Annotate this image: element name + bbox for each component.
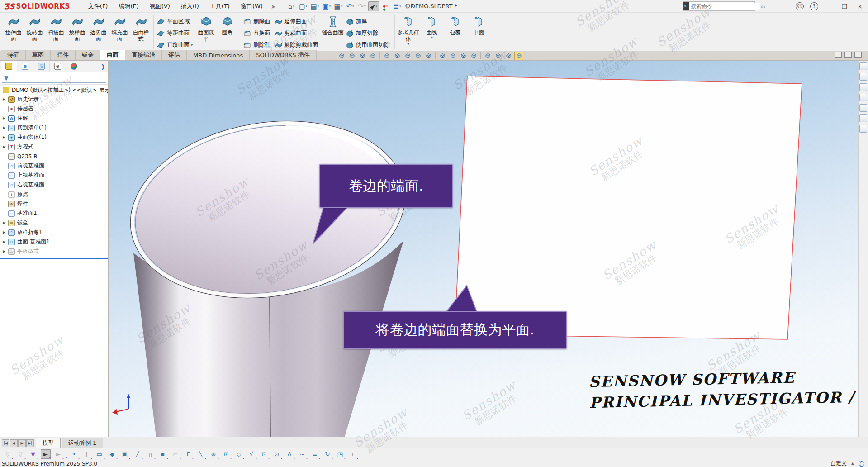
tab-feature-tree[interactable] <box>1 61 17 72</box>
tab-property-manager[interactable]: ≣ <box>17 61 33 72</box>
edit-appearance-icon[interactable] <box>403 52 412 60</box>
minimize-button[interactable]: – <box>825 2 834 10</box>
search-input[interactable] <box>689 3 760 10</box>
ribbon-button[interactable]: 解除剪裁曲面 <box>273 39 321 51</box>
ribbon-button[interactable]: 自由样式 <box>130 14 152 51</box>
tree-item[interactable]: ▶ 切割清单(1) <box>0 123 108 133</box>
check-sketch-button[interactable]: √ <box>247 449 256 459</box>
separator-icon[interactable] <box>480 52 481 59</box>
tree-item[interactable]: ▶ 放样折弯1 <box>0 228 108 237</box>
ribbon-tab[interactable]: SOLIDWORKS 插件 <box>250 50 317 60</box>
ribbon-button[interactable]: 平面区域 ▾ <box>156 15 195 27</box>
ribbon-button[interactable]: 替换面 <box>242 27 273 39</box>
ribbon-button[interactable]: 等距曲面 ▾ <box>156 27 195 39</box>
tree-item[interactable]: ▶ 前视基准面 <box>0 161 108 171</box>
ribbon-button[interactable]: 缝合曲面 <box>321 14 345 51</box>
expand-arrow-icon[interactable]: ▶ <box>3 221 8 225</box>
expand-arrow-icon[interactable]: ▶ <box>3 135 8 139</box>
ribbon-tab[interactable]: MBD Dimensions <box>187 50 250 60</box>
tree-filter-box[interactable]: ▼ <box>2 74 106 83</box>
ribbon-tab[interactable]: 直接编辑 <box>125 50 162 60</box>
tree-item[interactable]: ▶ 上视基准面 <box>0 171 108 180</box>
tree-item[interactable]: ▶ 注解 <box>0 114 108 123</box>
linear-pattern-button[interactable]: ⊞ <box>221 449 231 459</box>
tree-item[interactable]: ▶ 原点 <box>0 190 108 199</box>
view-palette-icon[interactable] <box>859 94 867 101</box>
hide-show-items-icon[interactable] <box>393 52 402 60</box>
tree-item[interactable]: ▶ 右视基准面 <box>0 180 108 190</box>
ribbon-button[interactable]: 删除孔 <box>242 39 273 51</box>
redo-button[interactable] <box>356 1 367 11</box>
ribbon-tab[interactable]: 曲面 <box>100 50 125 60</box>
account-icon[interactable]: ☺ <box>796 2 804 10</box>
camera-icon[interactable] <box>469 52 478 60</box>
tree-filter-input[interactable] <box>10 75 106 81</box>
ribbon-button[interactable]: 加厚切除 <box>345 27 393 39</box>
rebuild-button[interactable] <box>380 1 391 11</box>
cartoon-icon[interactable] <box>493 52 503 60</box>
tree-item[interactable]: ▶ 基准面1 <box>0 209 108 218</box>
ribbon-button[interactable]: 圆角 <box>217 14 238 51</box>
tree-item[interactable]: ▶ 方程式 <box>0 142 108 152</box>
tree-item[interactable]: ▶ 传感器 <box>0 104 108 114</box>
expand-arrow-icon[interactable]: ▶ <box>3 97 8 101</box>
ribbon-button[interactable]: 曲面展平 <box>195 14 217 51</box>
open-button[interactable] <box>309 1 320 11</box>
ribbon-tab[interactable]: 评估 <box>162 50 187 60</box>
zoom-lens-button[interactable]: ⊙ <box>272 449 282 459</box>
print-button[interactable] <box>333 1 344 11</box>
solid-box-button[interactable]: ▣ <box>120 449 130 459</box>
arc-button[interactable]: ⌐ <box>171 449 180 459</box>
prev-tab-icon[interactable]: ◀ <box>10 439 18 447</box>
ribbon-button[interactable]: 中面 ▾ <box>467 14 491 51</box>
ribbon-button[interactable]: 加厚 <box>345 15 393 27</box>
model-tab[interactable]: 运动算例 1 <box>62 438 103 448</box>
rotate-view-button[interactable]: ↻ <box>323 449 332 459</box>
new-document-button[interactable] <box>298 1 308 11</box>
ambient-occlusion-icon[interactable] <box>483 52 492 60</box>
tree-item[interactable]: ▶ 平板型式 <box>0 247 108 256</box>
view-orientation-icon[interactable] <box>424 52 433 60</box>
ribbon-tab[interactable]: 焊件 <box>51 50 76 60</box>
pane-close-icon[interactable] <box>854 52 862 58</box>
centerline-button[interactable]: | <box>82 449 92 459</box>
spline-button[interactable]: ~ <box>297 449 307 459</box>
apply-scene-icon[interactable] <box>413 52 422 60</box>
file-explorer-icon[interactable] <box>859 83 867 91</box>
graphics-viewport[interactable]: 卷边的端面. 将卷边的端面替换为平面. SENSNOW SOFTWARE PRI… <box>109 61 858 437</box>
section-view-icon[interactable] <box>368 52 377 60</box>
last-tab-icon[interactable]: ▶| <box>26 439 34 447</box>
draft-analysis-icon[interactable] <box>504 52 513 60</box>
line-button[interactable]: ╱ <box>133 449 142 459</box>
options-list-button[interactable] <box>392 1 403 11</box>
expand-arrow-icon[interactable]: ▶ <box>3 145 8 149</box>
close-button[interactable]: × <box>855 2 864 10</box>
ribbon-button[interactable]: 扫描曲面 <box>45 14 66 51</box>
expand-arrow-icon[interactable]: ▶ <box>3 116 8 120</box>
section-hatch-button[interactable]: ≡ <box>310 449 320 459</box>
menu-item[interactable]: 插入(I) <box>175 0 204 12</box>
menu-item[interactable]: 文件(F) <box>83 0 114 12</box>
ribbon-button[interactable]: 参考几何体 ▾ <box>397 14 420 51</box>
crosshair-button[interactable]: + <box>348 449 358 459</box>
save-button[interactable] <box>321 1 332 11</box>
ribbon-button[interactable]: 填充曲面 <box>109 14 130 51</box>
ribbon-button[interactable]: 包覆 ▾ <box>444 14 467 51</box>
select-arrow-button[interactable] <box>368 1 379 11</box>
undo-button[interactable] <box>345 1 356 11</box>
previous-view-icon[interactable] <box>358 52 367 60</box>
filter-edges-button[interactable]: ▽ <box>15 449 25 459</box>
tree-item[interactable]: ▶ 曲面实体(1) <box>0 133 108 142</box>
restore-button[interactable]: ❐ <box>840 2 849 10</box>
realview-icon[interactable] <box>438 52 447 60</box>
ribbon-button[interactable]: 直纹曲面 ▾ <box>156 39 195 51</box>
zoom-fit-icon[interactable] <box>337 52 346 60</box>
menu-item[interactable]: 视图(V) <box>144 0 175 12</box>
expand-arrow-icon[interactable]: ▶ <box>3 240 8 244</box>
polygon-button[interactable]: ◇ <box>234 449 244 459</box>
instant3d-sketch-toggle-icon[interactable] <box>514 52 523 60</box>
expand-arrow-icon[interactable]: ▶ <box>3 249 8 253</box>
help-icon[interactable]: ? <box>810 2 818 10</box>
ribbon-button[interactable]: 边界曲面 <box>88 14 109 51</box>
design-library-icon[interactable] <box>859 73 867 81</box>
